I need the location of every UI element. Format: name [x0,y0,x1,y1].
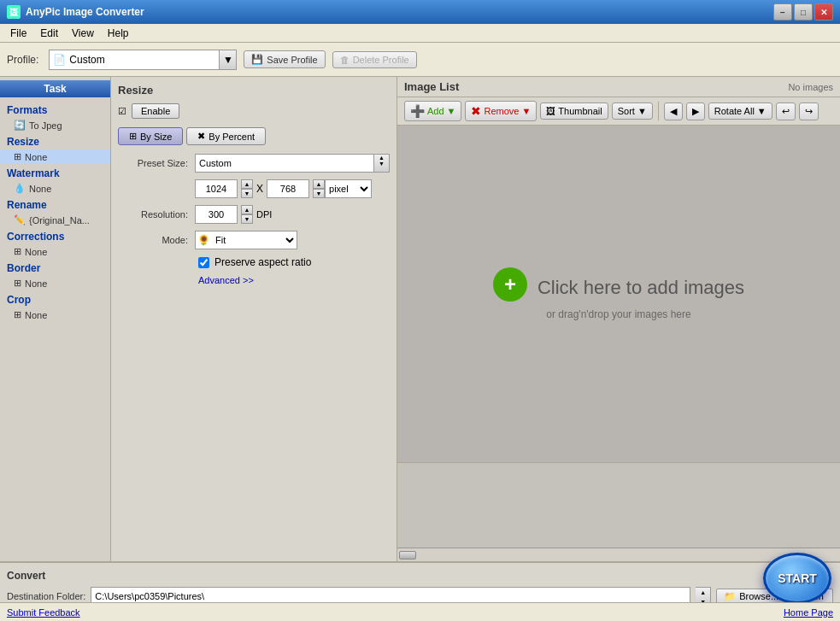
profile-dropdown-btn[interactable]: ▼ [220,50,237,70]
remove-dropdown-icon: ▼ [521,106,531,116]
section-crop: Crop [0,290,110,308]
right-arrow-icon: ▶ [692,106,699,117]
resolution-label: Resolution: [118,209,195,220]
enable-button[interactable]: Enable [132,103,179,119]
width-spin-btns: ▲ ▼ [241,179,253,198]
preset-size-input[interactable] [195,154,374,173]
app-icon: 🖼 [7,5,21,19]
sort-dropdown-icon: ▼ [637,106,647,116]
maximize-button[interactable]: □ [794,3,813,21]
width-spinner: ▲ ▼ [195,179,253,198]
dimensions-row: ▲ ▼ X ▲ ▼ pixel inch cm [118,179,390,198]
nav-left-button[interactable]: ◀ [664,103,683,120]
mode-row: Mode: 🌻 Fit Fill Stretch [118,231,390,249]
main-container: Task Formats 🔄 To Jpeg Resize ⊞ None Wat… [0,77,840,561]
sort-button[interactable]: Sort ▼ [612,103,653,120]
mode-select-wrapper: 🌻 Fit Fill Stretch [195,231,297,249]
watermark-icon: 💧 [14,183,26,194]
add-circle-icon: + [493,267,527,302]
mode-select[interactable]: Fit Fill Stretch [212,231,297,249]
menu-help[interactable]: Help [101,26,136,41]
undo-icon: ↩ [782,106,790,117]
enable-row: ☑ Enable [118,103,390,119]
thumbnail-icon: 🖼 [546,106,555,116]
save-profile-button[interactable]: 💾 Save Profile [244,50,325,68]
toolbar-divider [658,102,659,120]
title-bar: 🖼 AnyPic Image Converter − □ ✕ [0,0,840,24]
resolution-input[interactable] [195,205,238,224]
image-drop-area[interactable]: + Click here to add images or drag'n'dro… [397,126,840,462]
sidebar-item-border-none[interactable]: ⊞ None [0,276,110,290]
delete-profile-label: Delete Profile [353,55,409,65]
close-button[interactable]: ✕ [814,3,833,21]
status-bar: Submit Feedback Home Page [0,602,840,621]
undo-button[interactable]: ↩ [776,103,796,120]
menu-file[interactable]: File [3,26,33,41]
remove-icon: ✖ [471,104,481,118]
x-separator: X [256,183,263,195]
delete-icon: 🗑 [340,55,350,65]
section-watermark: Watermark [0,164,110,181]
section-formats: Formats [0,101,110,118]
preserve-aspect-row: Preserve aspect ratio [118,256,390,268]
dest-label: Destination Folder: [7,591,85,601]
menu-edit[interactable]: Edit [33,26,65,41]
corrections-icon: ⊞ [14,246,21,257]
redo-icon: ↪ [805,106,813,117]
home-page-link[interactable]: Home Page [784,607,833,618]
height-up-btn[interactable]: ▲ [313,179,325,189]
delete-profile-button[interactable]: 🗑 Delete Profile [332,51,417,68]
submit-feedback-link[interactable]: Submit Feedback [7,607,80,618]
sidebar-item-watermark-none[interactable]: 💧 None [0,181,110,196]
preserve-aspect-checkbox[interactable] [198,257,209,268]
save-profile-label: Save Profile [267,55,317,65]
resolution-spinner: ▲ ▼ [195,205,253,224]
rotate-all-button[interactable]: Rotate All ▼ [708,103,772,120]
browse-icon: 📁 [724,591,736,602]
by-size-button[interactable]: ⊞ By Size [118,127,183,145]
width-input[interactable] [195,179,238,198]
window-controls: − □ ✕ [773,3,833,21]
profile-value: Custom [69,54,104,66]
menu-view[interactable]: View [65,26,101,41]
no-images-label: No images [788,82,833,92]
by-percent-button[interactable]: ✖ By Percent [186,127,266,145]
sidebar-item-corrections-none[interactable]: ⊞ None [0,244,110,259]
width-down-btn[interactable]: ▼ [241,189,253,198]
width-up-btn[interactable]: ▲ [241,179,253,189]
minimize-button[interactable]: − [773,3,792,21]
preset-dropdown-btn[interactable]: ▲ ▼ [374,154,390,173]
redo-button[interactable]: ↪ [799,103,819,120]
res-up-btn[interactable]: ▲ [241,205,253,214]
res-down-btn[interactable]: ▼ [241,214,253,224]
height-input[interactable] [267,179,309,198]
unit-select[interactable]: pixel inch cm [325,179,372,198]
add-images-text: Click here to add images [537,277,744,299]
right-panel: Image List No images ➕ Add ▼ ✖ Remove ▼ … [397,77,840,561]
height-spinner: ▲ ▼ [267,179,325,198]
thumbnail-area [397,462,840,548]
sidebar-item-crop-none[interactable]: ⊞ None [0,308,110,322]
resolution-spin-btns: ▲ ▼ [241,205,253,224]
scroll-thumb[interactable] [399,551,416,559]
height-down-btn[interactable]: ▼ [313,189,325,198]
enable-icon: ☑ [118,106,126,117]
sidebar-item-resize-none[interactable]: ⊞ None [0,149,110,164]
sidebar-item-to-jpeg[interactable]: 🔄 To Jpeg [0,118,110,132]
sidebar-item-rename[interactable]: ✏️ {Original_Na... [0,213,110,227]
task-header: Task [0,80,110,97]
image-list-header: Image List No images [397,77,840,97]
section-resize: Resize [0,132,110,149]
nav-right-button[interactable]: ▶ [686,103,705,120]
size-buttons: ⊞ By Size ✖ By Percent [118,127,390,145]
drag-drop-text: or drag'n'drop your images here [546,308,690,320]
section-corrections: Corrections [0,227,110,244]
start-button[interactable]: START [763,553,831,604]
profile-selector[interactable]: 📄 Custom ▼ [49,50,237,70]
add-button[interactable]: ➕ Add ▼ [404,101,461,121]
remove-button[interactable]: ✖ Remove ▼ [465,101,537,121]
thumbnail-button[interactable]: 🖼 Thumbnail [540,103,608,120]
convert-title: Convert [7,570,833,582]
advanced-link[interactable]: Advanced >> [198,275,390,285]
left-arrow-icon: ◀ [670,106,677,117]
